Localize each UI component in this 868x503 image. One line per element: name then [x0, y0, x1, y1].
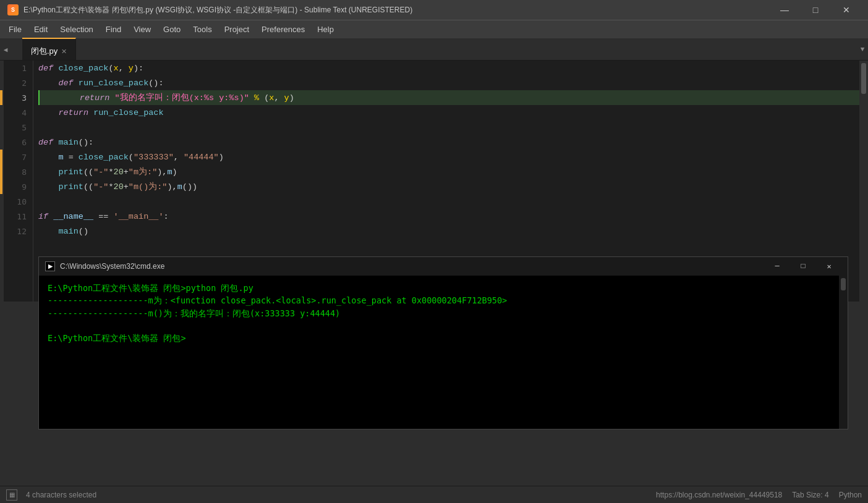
- maximize-button[interactable]: □: [801, 0, 830, 20]
- minimize-button[interactable]: —: [770, 0, 799, 20]
- line-num-11: 11: [4, 209, 33, 224]
- cmd-line-4: [48, 319, 839, 332]
- title-left: S E:\Python工程文件\装饰器 闭包\闭包.py (WSGI协议, WS…: [7, 4, 412, 15]
- code-line-1: def close_pack(x, y):: [38, 61, 859, 75]
- line-num-4: 4: [4, 105, 33, 120]
- cmd-line-1: E:\Python工程文件\装饰器 闭包>python 闭包.py: [48, 282, 839, 294]
- cmd-scrollbar-thumb: [841, 278, 846, 290]
- menu-preferences[interactable]: Preferences: [255, 22, 311, 36]
- line-indicator-7: [0, 150, 2, 164]
- code-line-3: return "我的名字叫：闭包(x:%s y:%s)" % (x, y): [38, 90, 859, 105]
- tab-close-icon[interactable]: ✕: [61, 48, 67, 56]
- line-indicator-3: [0, 90, 2, 105]
- line-num-9: 9: [4, 179, 33, 194]
- cmd-content: E:\Python工程文件\装饰器 闭包>python 闭包.py ------…: [39, 276, 848, 350]
- code-line-7: m = close_pack("333333", "44444"): [38, 150, 859, 164]
- menu-view[interactable]: View: [127, 22, 157, 36]
- cmd-title-left: ▶ C:\Windows\System32\cmd.exe: [45, 261, 164, 271]
- scrollbar-thumb: [861, 63, 866, 94]
- status-bar: ▦ 4 characters selected https://blog.csd…: [0, 486, 868, 503]
- line-num-10: 10: [4, 194, 33, 209]
- line-indicator-8: [0, 164, 2, 179]
- code-line-5: [38, 120, 859, 135]
- line-num-7: 7: [4, 150, 33, 164]
- tab-nav-right[interactable]: ▼: [857, 38, 868, 61]
- title-bar: S E:\Python工程文件\装饰器 闭包\闭包.py (WSGI协议, WS…: [0, 0, 868, 20]
- menu-edit[interactable]: Edit: [28, 22, 54, 36]
- menu-file[interactable]: File: [2, 22, 28, 36]
- line-num-3: 3: [4, 90, 33, 105]
- menu-find[interactable]: Find: [100, 22, 127, 36]
- line-numbers: 1 2 3 4 5 6 7 8 9 10 11 12: [4, 61, 33, 302]
- cmd-line-5: E:\Python工程文件\装饰器 闭包>: [48, 332, 839, 344]
- code-line-10: [38, 194, 859, 209]
- code-line-6: def main():: [38, 135, 859, 150]
- status-right: https://blog.csdn.net/weixin_44449518 Ta…: [656, 491, 862, 499]
- code-line-11: if __name__ == '__main__':: [38, 209, 859, 224]
- line-num-6: 6: [4, 135, 33, 150]
- left-gutter: [0, 61, 4, 302]
- code-line-2: def run_close_pack():: [38, 75, 859, 90]
- cmd-scrollbar[interactable]: [839, 276, 848, 429]
- line-num-8: 8: [4, 164, 33, 179]
- editor-scrollbar[interactable]: [859, 61, 868, 302]
- status-icon: ▦: [6, 489, 17, 501]
- tab-label: 闭包.py: [31, 46, 57, 57]
- status-tab-size[interactable]: Tab Size: 4: [792, 491, 828, 499]
- cmd-maximize[interactable]: □: [791, 258, 815, 274]
- code-line-12: main(): [38, 224, 859, 239]
- line-num-12: 12: [4, 224, 33, 239]
- cmd-window: ▶ C:\Windows\System32\cmd.exe — □ ✕ E:\P…: [38, 256, 848, 429]
- status-selection: 4 characters selected: [26, 491, 96, 499]
- line-num-5: 5: [4, 120, 33, 135]
- tab-bar: ◀ 闭包.py ✕ ▼: [0, 38, 868, 61]
- menu-project[interactable]: Project: [218, 22, 255, 36]
- app-icon: S: [7, 4, 19, 15]
- line-num-1: 1: [4, 61, 33, 75]
- tab-nav-left[interactable]: ◀: [0, 38, 11, 61]
- cmd-line-3: --------------------m()为：我的名字叫：闭包(x:3333…: [48, 307, 839, 319]
- tab-closed-py[interactable]: 闭包.py ✕: [22, 38, 76, 60]
- code-line-4: return run_close_pack: [38, 105, 859, 120]
- menu-selection[interactable]: Selection: [54, 22, 99, 36]
- cmd-controls: — □ ✕: [765, 258, 841, 274]
- cmd-titlebar: ▶ C:\Windows\System32\cmd.exe — □ ✕: [39, 257, 848, 276]
- cmd-title-text: C:\Windows\System32\cmd.exe: [60, 262, 164, 271]
- close-button[interactable]: ✕: [832, 0, 861, 20]
- title-controls: — □ ✕: [770, 0, 861, 20]
- code-line-8: print(("-"*20+"m为:"),m): [38, 164, 859, 179]
- menu-bar: File Edit Selection Find View Goto Tools…: [0, 20, 868, 38]
- line-num-2: 2: [4, 75, 33, 90]
- cmd-minimize[interactable]: —: [765, 258, 789, 274]
- code-line-9: print(("-"*20+"m()为:"),m()): [38, 179, 859, 194]
- title-text: E:\Python工程文件\装饰器 闭包\闭包.py (WSGI协议, WSGI…: [23, 5, 412, 15]
- line-indicator-9: [0, 179, 2, 194]
- cmd-close[interactable]: ✕: [817, 258, 841, 274]
- cmd-line-2: --------------------m为：<function close_p…: [48, 294, 839, 306]
- status-language[interactable]: Python: [839, 491, 862, 499]
- menu-tools[interactable]: Tools: [187, 22, 218, 36]
- cmd-icon: ▶: [45, 261, 55, 271]
- menu-goto[interactable]: Goto: [157, 22, 187, 36]
- menu-help[interactable]: Help: [311, 22, 340, 36]
- status-left: ▦ 4 characters selected: [6, 489, 96, 501]
- status-hint: https://blog.csdn.net/weixin_44449518: [656, 491, 782, 499]
